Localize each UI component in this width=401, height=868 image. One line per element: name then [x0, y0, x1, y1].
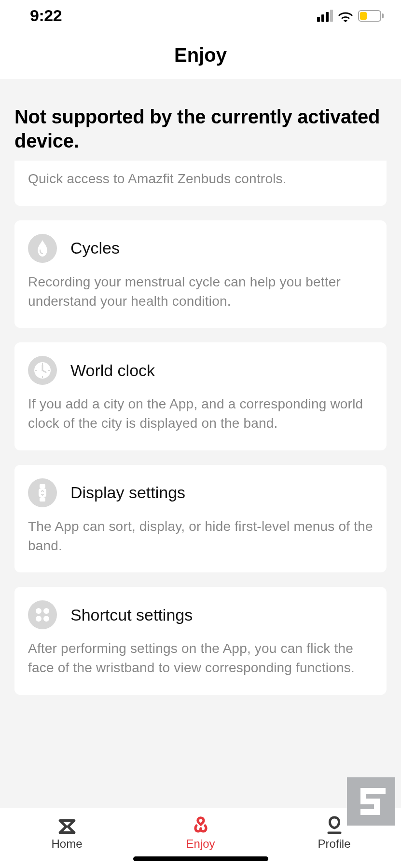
section-heading: Not supported by the currently activated… [0, 80, 401, 161]
card-title: World clock [70, 361, 155, 380]
svg-rect-12 [36, 616, 41, 622]
home-indicator[interactable] [133, 856, 268, 861]
svg-rect-13 [43, 616, 49, 622]
wifi-icon [338, 10, 353, 22]
card-title: Shortcut settings [70, 606, 193, 624]
svg-rect-11 [43, 608, 49, 614]
svg-rect-9 [40, 498, 45, 502]
card-title: Display settings [70, 483, 185, 502]
card-description: Quick access to Amazfit Zenbuds controls… [28, 169, 373, 189]
apps-icon [28, 600, 57, 629]
cellular-signal-icon [317, 10, 333, 22]
clock-icon [28, 356, 57, 385]
svg-rect-8 [39, 488, 46, 498]
tab-label: Enjoy [186, 837, 215, 851]
tab-label: Home [51, 837, 82, 851]
band-icon [28, 478, 57, 507]
status-time: 9:22 [30, 6, 62, 25]
profile-icon [325, 815, 344, 836]
svg-rect-7 [40, 484, 45, 488]
status-indicators [317, 10, 384, 22]
home-icon [57, 815, 77, 836]
card-cycles[interactable]: Cycles Recording your menstrual cycle ca… [14, 220, 387, 328]
cycles-icon [28, 234, 57, 263]
svg-rect-10 [36, 608, 41, 614]
card-description: After performing settings on the App, yo… [28, 639, 373, 678]
enjoy-icon [190, 815, 211, 836]
battery-icon [358, 10, 384, 22]
card-description: Recording your menstrual cycle can help … [28, 272, 373, 311]
card-world-clock[interactable]: World clock If you add a city on the App… [14, 342, 387, 450]
page-header: Enjoy [0, 31, 401, 80]
status-bar: 9:22 [0, 0, 401, 31]
engadget-watermark-icon [347, 777, 395, 826]
card-description: The App can sort, display, or hide first… [28, 517, 373, 556]
tab-home[interactable]: Home [0, 808, 134, 868]
page-title: Enjoy [174, 44, 227, 66]
tab-label: Profile [318, 837, 350, 851]
card-display-settings[interactable]: Display settings The App can sort, displ… [14, 465, 387, 573]
card-shortcut-settings[interactable]: Shortcut settings After performing setti… [14, 587, 387, 695]
content-area[interactable]: Not supported by the currently activated… [0, 80, 401, 808]
card-description: If you add a city on the App, and a corr… [28, 394, 373, 433]
card-zenbuds[interactable]: Quick access to Amazfit Zenbuds controls… [14, 161, 387, 206]
card-title: Cycles [70, 239, 120, 258]
